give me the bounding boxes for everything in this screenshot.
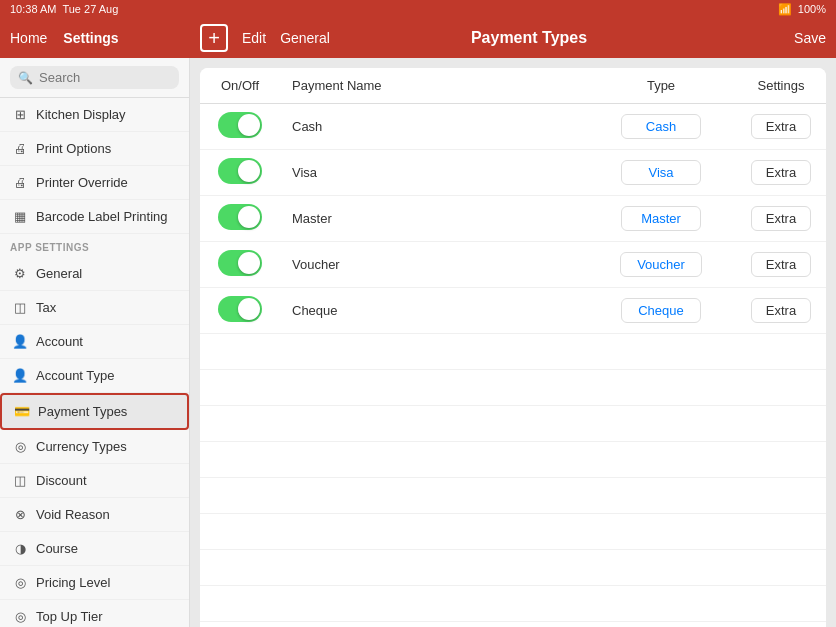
sidebar-item-label: Kitchen Display — [36, 107, 126, 122]
top-bar-center: + Edit General Payment Types — [200, 24, 794, 52]
main-content: On/Off Payment Name Type Settings Cash C… — [190, 58, 836, 627]
payment-toggle[interactable] — [218, 112, 262, 138]
toggle-cell — [200, 104, 280, 150]
search-input[interactable] — [39, 70, 171, 85]
sidebar-item-account-type[interactable]: 👤 Account Type — [0, 359, 189, 393]
payment-settings-cell: Extra — [736, 104, 826, 150]
search-container: 🔍 — [0, 58, 189, 98]
empty-row — [200, 406, 826, 442]
general-button[interactable]: General — [280, 30, 330, 46]
search-wrap: 🔍 — [10, 66, 179, 89]
type-button[interactable]: Cash — [621, 114, 701, 139]
void-reason-icon: ⊗ — [12, 507, 28, 522]
sidebar-item-label: Course — [36, 541, 78, 556]
top-bar: Home Settings + Edit General Payment Typ… — [0, 18, 836, 58]
sidebar-item-label: Barcode Label Printing — [36, 209, 168, 224]
sidebar-item-label: Account — [36, 334, 83, 349]
top-up-tier-icon: ◎ — [12, 609, 28, 624]
sidebar-item-barcode-label[interactable]: ▦ Barcode Label Printing — [0, 200, 189, 234]
extra-button[interactable]: Extra — [751, 160, 811, 185]
sidebar: 🔍 ⊞ Kitchen Display 🖨 Print Options 🖨 Pr… — [0, 58, 190, 627]
empty-row — [200, 586, 826, 622]
payment-toggle[interactable] — [218, 250, 262, 276]
sidebar-item-label: Top Up Tier — [36, 609, 102, 624]
empty-row — [200, 622, 826, 628]
home-button[interactable]: Home — [10, 30, 47, 46]
payment-settings-cell: Extra — [736, 242, 826, 288]
type-button[interactable]: Voucher — [620, 252, 702, 277]
col-header-settings: Settings — [736, 68, 826, 104]
payment-type-cell: Voucher — [586, 242, 736, 288]
extra-button[interactable]: Extra — [751, 206, 811, 231]
payment-name-cell: Cash — [280, 104, 586, 150]
type-button[interactable]: Visa — [621, 160, 701, 185]
extra-button[interactable]: Extra — [751, 298, 811, 323]
pricing-level-icon: ◎ — [12, 575, 28, 590]
payment-type-cell: Cash — [586, 104, 736, 150]
table-row: Visa Visa Extra — [200, 150, 826, 196]
sidebar-item-printer-override[interactable]: 🖨 Printer Override — [0, 166, 189, 200]
top-bar-left: Home Settings — [10, 30, 200, 46]
search-icon: 🔍 — [18, 71, 33, 85]
payment-toggle[interactable] — [218, 296, 262, 322]
table-row: Master Master Extra — [200, 196, 826, 242]
payment-name-cell: Cheque — [280, 288, 586, 334]
save-button[interactable]: Save — [794, 30, 826, 46]
payment-types-icon: 💳 — [14, 404, 30, 419]
table-header-row: On/Off Payment Name Type Settings — [200, 68, 826, 104]
payment-settings-cell: Extra — [736, 150, 826, 196]
sidebar-item-general[interactable]: ⚙ General — [0, 257, 189, 291]
table-row: Cash Cash Extra — [200, 104, 826, 150]
sidebar-item-label: Void Reason — [36, 507, 110, 522]
discount-icon: ◫ — [12, 473, 28, 488]
type-button[interactable]: Cheque — [621, 298, 701, 323]
app-settings-label: APP SETTINGS — [0, 234, 189, 257]
sidebar-item-currency-types[interactable]: ◎ Currency Types — [0, 430, 189, 464]
sidebar-item-tax[interactable]: ◫ Tax — [0, 291, 189, 325]
tax-icon: ◫ — [12, 300, 28, 315]
sidebar-item-label: Payment Types — [38, 404, 127, 419]
payment-toggle[interactable] — [218, 158, 262, 184]
sidebar-item-pricing-level[interactable]: ◎ Pricing Level — [0, 566, 189, 600]
sidebar-item-label: Printer Override — [36, 175, 128, 190]
general-icon: ⚙ — [12, 266, 28, 281]
extra-button[interactable]: Extra — [751, 252, 811, 277]
toggle-cell — [200, 242, 280, 288]
empty-row — [200, 550, 826, 586]
sidebar-item-label: Discount — [36, 473, 87, 488]
account-type-icon: 👤 — [12, 368, 28, 383]
payment-type-cell: Cheque — [586, 288, 736, 334]
add-button[interactable]: + — [200, 24, 228, 52]
print-options-icon: 🖨 — [12, 141, 28, 156]
table-row: Voucher Voucher Extra — [200, 242, 826, 288]
course-icon: ◑ — [12, 541, 28, 556]
wifi-icon: 📶 — [778, 3, 792, 16]
payment-name-cell: Voucher — [280, 242, 586, 288]
empty-row — [200, 370, 826, 406]
toggle-cell — [200, 150, 280, 196]
printer-override-icon: 🖨 — [12, 175, 28, 190]
sidebar-item-discount[interactable]: ◫ Discount — [0, 464, 189, 498]
kitchen-display-icon: ⊞ — [12, 107, 28, 122]
page-title: Payment Types — [344, 29, 714, 47]
extra-button[interactable]: Extra — [751, 114, 811, 139]
sidebar-item-label: General — [36, 266, 82, 281]
sidebar-item-account[interactable]: 👤 Account — [0, 325, 189, 359]
toggle-cell — [200, 288, 280, 334]
sidebar-item-label: Print Options — [36, 141, 111, 156]
col-header-onoff: On/Off — [200, 68, 280, 104]
sidebar-item-kitchen-display[interactable]: ⊞ Kitchen Display — [0, 98, 189, 132]
status-time: 10:38 AM Tue 27 Aug — [10, 3, 118, 15]
sidebar-item-label: Account Type — [36, 368, 115, 383]
type-button[interactable]: Master — [621, 206, 701, 231]
payment-name-cell: Visa — [280, 150, 586, 196]
col-header-type: Type — [586, 68, 736, 104]
sidebar-item-print-options[interactable]: 🖨 Print Options — [0, 132, 189, 166]
sidebar-item-void-reason[interactable]: ⊗ Void Reason — [0, 498, 189, 532]
sidebar-item-top-up-tier[interactable]: ◎ Top Up Tier — [0, 600, 189, 627]
sidebar-item-course[interactable]: ◑ Course — [0, 532, 189, 566]
edit-button[interactable]: Edit — [242, 30, 266, 46]
sidebar-item-label: Currency Types — [36, 439, 127, 454]
sidebar-item-payment-types[interactable]: 💳 Payment Types — [0, 393, 189, 430]
payment-toggle[interactable] — [218, 204, 262, 230]
